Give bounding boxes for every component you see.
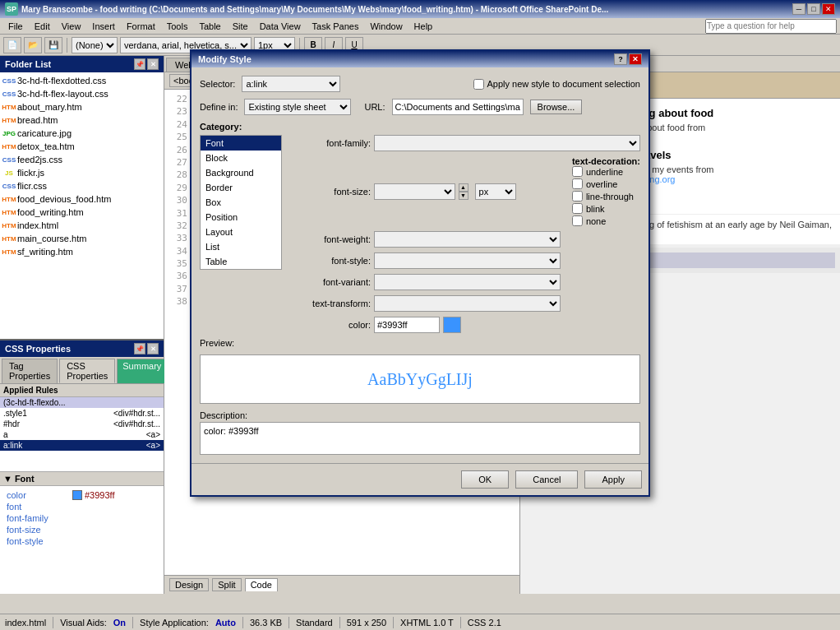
preview-label: Preview:	[200, 338, 234, 348]
font-variant-label: font-variant:	[288, 277, 371, 287]
dialog-close-button[interactable]: ✕	[629, 53, 642, 65]
browse-button[interactable]: Browse...	[530, 100, 583, 114]
color-swatch[interactable]	[443, 317, 461, 333]
color-input[interactable]	[374, 317, 440, 333]
underline-label: underline	[586, 167, 623, 177]
line-through-checkbox[interactable]	[572, 191, 583, 202]
apply-to-selection-checkbox[interactable]	[473, 79, 484, 90]
text-decoration-label: text-decoration:	[572, 156, 640, 166]
text-transform-select[interactable]	[374, 295, 561, 312]
font-style-label: font-style:	[288, 256, 371, 266]
blink-label: blink	[586, 204, 605, 214]
font-size-label: font-size:	[288, 187, 371, 197]
ok-button[interactable]: OK	[461, 470, 509, 489]
font-family-label: font-family:	[288, 138, 371, 148]
cat-list[interactable]: List	[201, 239, 281, 254]
cat-background[interactable]: Background	[201, 165, 281, 180]
none-checkbox[interactable]	[572, 215, 583, 226]
font-size-down[interactable]: ▼	[459, 192, 468, 200]
url-label: URL:	[364, 102, 385, 112]
line-through-label: line-through	[586, 192, 634, 202]
cat-box[interactable]: Box	[201, 195, 281, 210]
font-weight-label: font-weight:	[288, 234, 371, 244]
font-family-select[interactable]	[374, 135, 640, 151]
font-size-up[interactable]: ▲	[459, 183, 468, 192]
apply-button[interactable]: Apply	[584, 470, 642, 489]
cat-font[interactable]: Font	[201, 136, 281, 151]
cat-border[interactable]: Border	[201, 180, 281, 195]
apply-to-selection-label: Apply new style to document selection	[487, 79, 641, 89]
style-preview-area: AaBbYyGgLIJj	[200, 354, 640, 404]
cat-table[interactable]: Table	[201, 254, 281, 269]
dialog-overlay: Modify Style ? ✕ Selector: a:link Apply …	[0, 0, 840, 594]
cat-position[interactable]: Position	[201, 210, 281, 225]
text-transform-label: text-transform:	[288, 299, 371, 308]
font-size-select[interactable]	[374, 183, 455, 200]
dialog-button-row: OK Cancel Apply	[192, 463, 648, 495]
define-in-dropdown[interactable]: Existing style sheet	[244, 99, 351, 115]
overline-checkbox[interactable]	[572, 178, 583, 189]
dialog-title-text: Modify Style	[198, 54, 252, 64]
cat-block[interactable]: Block	[201, 151, 281, 165]
dialog-title-bar: Modify Style ? ✕	[192, 51, 648, 67]
selector-label: Selector:	[200, 79, 235, 89]
blink-checkbox[interactable]	[572, 203, 583, 214]
font-size-unit[interactable]: px	[475, 183, 516, 200]
description-label: Description:	[200, 410, 247, 420]
overline-label: overline	[586, 179, 618, 189]
url-input[interactable]	[392, 99, 524, 115]
style-description: color: #3993ff	[200, 422, 640, 455]
font-style-select[interactable]	[374, 252, 561, 269]
category-label: Category:	[200, 122, 640, 132]
category-list: Font Block Background Border Box Positio…	[200, 135, 282, 270]
font-weight-select[interactable]	[374, 231, 561, 248]
cat-layout[interactable]: Layout	[201, 225, 281, 239]
underline-checkbox[interactable]	[572, 166, 583, 177]
define-in-label: Define in:	[200, 102, 238, 112]
cancel-button[interactable]: Cancel	[515, 470, 578, 489]
selector-dropdown[interactable]: a:link	[242, 76, 340, 92]
font-variant-select[interactable]	[374, 274, 561, 290]
none-label: none	[586, 216, 606, 226]
preview-text: AaBbYyGgLIJj	[367, 370, 473, 389]
color-label: color:	[288, 320, 371, 330]
dialog-help-button[interactable]: ?	[614, 53, 627, 65]
modify-style-dialog: Modify Style ? ✕ Selector: a:link Apply …	[190, 49, 650, 497]
